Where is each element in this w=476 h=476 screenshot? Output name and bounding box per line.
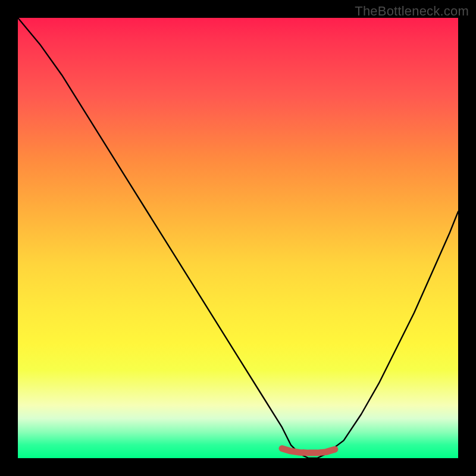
bottleneck-curve [18,18,458,458]
chart-svg [18,18,458,458]
chart-frame: TheBottleneck.com [0,0,476,476]
optimal-zone-marker [282,449,335,453]
plot-area [18,18,458,458]
watermark-text: TheBottleneck.com [355,4,469,19]
